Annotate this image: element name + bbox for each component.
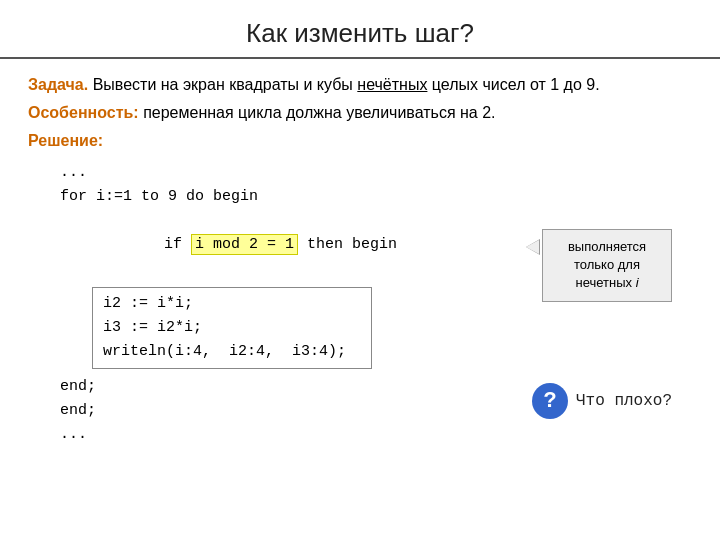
code-body-box: i2 := i*i; i3 := i2*i; writeln(i:4, i2:4… [92,287,372,369]
question-circle: ? [532,383,568,419]
task-text2: целых чисел от 1 до 9. [427,76,599,93]
feature-text: переменная цикла должна увеличиваться на… [139,104,496,121]
solution-label-block: Решение: [28,129,692,153]
code-for-line: for i:=1 to 9 do begin [60,185,692,209]
task-block: Задача. Вывести на экран квадраты и кубы… [28,73,692,97]
task-label: Задача. [28,76,88,93]
content-area: Задача. Вывести на экран квадраты и кубы… [0,59,720,540]
feature-label: Особенность: [28,104,139,121]
code-body1: i2 := i*i; [103,292,361,316]
tooltip-box: выполняется только для нечетных i [542,229,672,302]
code-if-suffix: then begin [298,236,397,253]
solution-label: Решение: [28,132,103,149]
task-underline-text: нечётных [357,76,427,93]
code-body3: writeln(i:4, i2:4, i3:4); [103,340,361,364]
tooltip-italic-i: i [636,275,639,290]
code-body2: i3 := i2*i; [103,316,361,340]
question-area: ? Что плохо? [532,383,672,419]
code-dots1: ... [60,161,692,185]
code-block: ... for i:=1 to 9 do begin if i mod 2 = … [28,161,692,447]
page: Как изменить шаг? Задача. Вывести на экр… [0,0,720,540]
feature-block: Особенность: переменная цикла должна уве… [28,101,692,125]
tooltip-arrow-inner [526,240,539,254]
title-area: Как изменить шаг? [0,0,720,59]
code-dots2: ... [60,423,692,447]
page-title: Как изменить шаг? [20,18,700,49]
question-text: Что плохо? [576,392,672,410]
task-text1: Вывести на экран квадраты и кубы [88,76,357,93]
tooltip-text: выполняется только для нечетных i [568,239,646,290]
code-if-highlight: i mod 2 = 1 [191,234,298,255]
question-symbol: ? [543,389,556,414]
code-if-prefix: if [164,236,191,253]
